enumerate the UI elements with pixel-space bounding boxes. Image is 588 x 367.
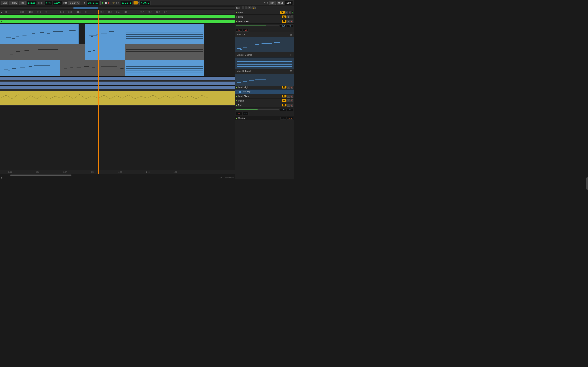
note	[93, 50, 95, 51]
pad-play-icon[interactable]: ▶	[236, 104, 237, 106]
add-track-button[interactable]: +	[242, 7, 245, 9]
more-relaxed-view[interactable]	[235, 74, 294, 86]
tempo-display[interactable]: 141.00	[26, 1, 37, 5]
ruler-36.3: 36.3	[148, 11, 152, 13]
track-bass-row	[0, 15, 235, 19]
master-play-icon[interactable]: ▶	[236, 117, 237, 119]
scrollbar-thumb[interactable]	[10, 175, 71, 176]
ruler-37: 37	[164, 11, 167, 13]
lead-climax-solo-btn[interactable]: S	[287, 95, 290, 98]
choir-rec-btn[interactable]: ●	[291, 16, 293, 18]
piano-rec-btn[interactable]: ●	[291, 99, 293, 102]
lead-main-rec-btn[interactable]: ●	[291, 20, 293, 23]
lead-high-clip[interactable]	[0, 77, 235, 80]
pencil-icon[interactable]: /	[138, 1, 139, 4]
bass-clip[interactable]	[0, 15, 235, 18]
position-display[interactable]: 35 . 3 . 1	[86, 1, 99, 5]
master-vol-r: -7.0	[287, 117, 293, 120]
lead-high-clip-row[interactable]: Lead High	[235, 90, 294, 94]
pad-pan-display: C	[287, 108, 293, 111]
time-1:01: 1:01	[173, 171, 177, 173]
pad-clip[interactable]: ...	[0, 91, 235, 105]
note	[16, 36, 19, 36]
lead-row3-clip2[interactable]	[60, 60, 125, 76]
note-vis	[249, 80, 254, 81]
settings-button[interactable]: ✎	[248, 7, 251, 9]
note	[34, 66, 50, 66]
record-icon[interactable]	[108, 2, 109, 4]
more-relaxed-title: More Relaxed ⊞	[235, 69, 294, 74]
horizontal-scrollbar[interactable]	[0, 174, 235, 176]
bass-solo-btn[interactable]: S	[285, 11, 288, 14]
time-sig-display[interactable]: 4 / 4	[44, 1, 52, 5]
loop2-icon[interactable]: ○	[118, 1, 120, 4]
lead-main-clip2[interactable]	[85, 24, 125, 44]
lead-climax-play-icon[interactable]: ▶	[236, 95, 237, 97]
lead-gray-clip1[interactable]	[0, 44, 85, 60]
bass-play-icon[interactable]: ▶	[236, 11, 237, 13]
chord-vis	[237, 66, 292, 67]
lead-gray-clip3[interactable]	[125, 44, 204, 60]
bass-track-num: 10	[280, 11, 285, 14]
note-vis	[261, 43, 272, 44]
lead-climax-clip[interactable]	[0, 82, 235, 85]
simpler-chords-icon: ⊞	[290, 53, 292, 57]
lead-row3-clip3[interactable]	[125, 60, 204, 76]
lead-row3-clip1[interactable]	[0, 60, 60, 76]
pad-solo-btn[interactable]: S	[287, 104, 290, 107]
lead-high-rec-btn[interactable]: ●	[291, 86, 293, 89]
choir-solo-btn[interactable]: S	[287, 16, 290, 18]
bass-meter-seg2	[292, 12, 293, 13]
key-button[interactable]: Key	[269, 1, 276, 5]
play-icon[interactable]	[102, 2, 104, 4]
back-icon[interactable]: ◁	[115, 1, 117, 4]
loop-icon[interactable]: ⟳	[112, 1, 114, 4]
piano-play-icon[interactable]: ▶	[236, 100, 237, 102]
choir-clip[interactable]	[0, 20, 235, 23]
midi-button[interactable]: MIDI	[277, 1, 284, 5]
piano-solo-btn[interactable]: S	[287, 99, 290, 102]
quantize-select[interactable]: 1 Bar	[68, 1, 80, 5]
chord-vis	[237, 64, 292, 65]
more-relaxed-label: More Relaxed	[237, 70, 251, 72]
zoom-display[interactable]: 100%	[53, 1, 62, 5]
ruler-36: 36	[125, 11, 127, 13]
bass-rec-btn[interactable]: ●	[289, 11, 291, 14]
pad-rec-btn[interactable]: ●	[291, 104, 293, 107]
tap-button[interactable]: Tap	[19, 1, 26, 5]
grid-icon[interactable]: ⊞	[267, 2, 268, 4]
lead-main-play-icon[interactable]: ▶	[236, 20, 237, 22]
lead-main-solo-btn[interactable]: S	[287, 20, 290, 23]
loop-len-display[interactable]: 4 . 0 . 0	[139, 1, 150, 5]
first-try-panel: First Try ⊞	[235, 32, 294, 52]
lead-blue-clip2[interactable]	[85, 44, 125, 60]
note-vis	[255, 44, 259, 45]
view-range-indicator[interactable]	[73, 7, 98, 9]
pencil2-icon[interactable]: ✎	[264, 2, 266, 4]
choir-play-icon[interactable]: ▶	[236, 16, 237, 18]
position2-display[interactable]: 33 . 1 . 1	[120, 1, 133, 5]
first-try-clip-view[interactable]	[235, 37, 294, 53]
lock-button[interactable]: 🔒	[251, 7, 256, 9]
stop-icon[interactable]	[105, 2, 107, 4]
piano-clip[interactable]	[0, 86, 235, 89]
time-0:58: 0:58	[91, 171, 95, 173]
add-scene-button[interactable]: ↕	[245, 7, 247, 9]
lead-main-clip1[interactable]	[0, 24, 79, 44]
lead-high-solo-btn[interactable]: S	[287, 86, 290, 89]
lead-climax-row	[0, 81, 235, 86]
lead-main-fader[interactable]	[236, 25, 279, 26]
lead-high-play-icon[interactable]: ▶	[236, 86, 237, 88]
link-button[interactable]: Link	[1, 1, 8, 5]
simpler-chords-view[interactable]	[235, 58, 294, 69]
lead-climax-rec-btn[interactable]: ●	[291, 95, 293, 98]
pad-fader[interactable]	[236, 109, 279, 110]
chord-line	[126, 71, 203, 71]
follow-button[interactable]: Follow	[9, 1, 18, 5]
chord-vis	[237, 63, 292, 63]
note	[12, 68, 16, 69]
lead-main-meter-l: -inf	[236, 29, 242, 32]
pad-vol-section: -10.3 C -inf -7.0	[235, 108, 294, 116]
lead-main-clip3[interactable]	[125, 24, 204, 44]
note	[40, 32, 44, 33]
